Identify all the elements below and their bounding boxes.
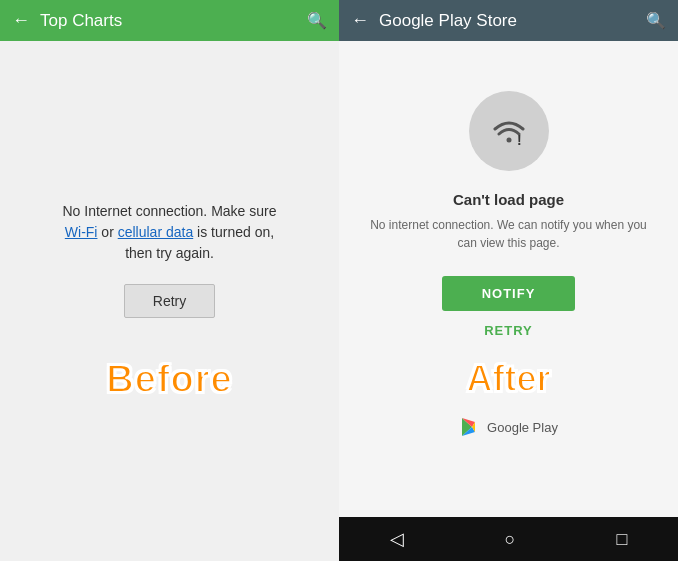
error-text: No Internet connection. Make sure Wi-Fi … [62,201,276,264]
search-icon-right[interactable]: 🔍 [646,11,666,30]
left-content: No Internet connection. Make sure Wi-Fi … [0,41,339,561]
back-arrow-right[interactable]: ← [351,10,369,31]
cant-load-title: Can't load page [453,191,564,208]
nav-home-icon[interactable]: ○ [505,529,516,550]
right-title: Google Play Store [379,11,636,31]
notify-button[interactable]: NOTIFY [442,276,576,311]
left-panel: ← Top Charts 🔍 No Internet connection. M… [0,0,339,561]
nav-back-icon[interactable]: ◁ [390,528,404,550]
back-arrow-left[interactable]: ← [12,10,30,31]
search-icon-left[interactable]: 🔍 [307,11,327,30]
right-retry-link[interactable]: RETRY [484,323,533,338]
after-watermark: After [466,358,550,400]
left-header: ← Top Charts 🔍 [0,0,339,41]
left-title: Top Charts [40,11,297,31]
nav-bar: ◁ ○ □ [339,517,678,561]
google-play-text: Google Play [487,420,558,435]
retry-button[interactable]: Retry [124,284,215,318]
cellular-link[interactable]: cellular data [118,224,194,240]
right-content: ! Can't load page No internet connection… [339,41,678,517]
cant-load-desc: No internet connection. We can notify yo… [339,216,678,252]
wifi-error-icon: ! [469,91,549,171]
svg-text:!: ! [517,132,522,148]
right-panel: ← Google Play Store 🔍 ! Can't load page … [339,0,678,561]
right-header: ← Google Play Store 🔍 [339,0,678,41]
google-play-logo-icon [459,416,481,438]
before-watermark: Before [106,358,232,401]
wifi-no-connection-icon: ! [487,109,531,153]
svg-point-0 [506,138,511,143]
wifi-link[interactable]: Wi-Fi [65,224,98,240]
google-play-row: Google Play [459,416,558,438]
nav-recent-icon[interactable]: □ [617,529,628,550]
